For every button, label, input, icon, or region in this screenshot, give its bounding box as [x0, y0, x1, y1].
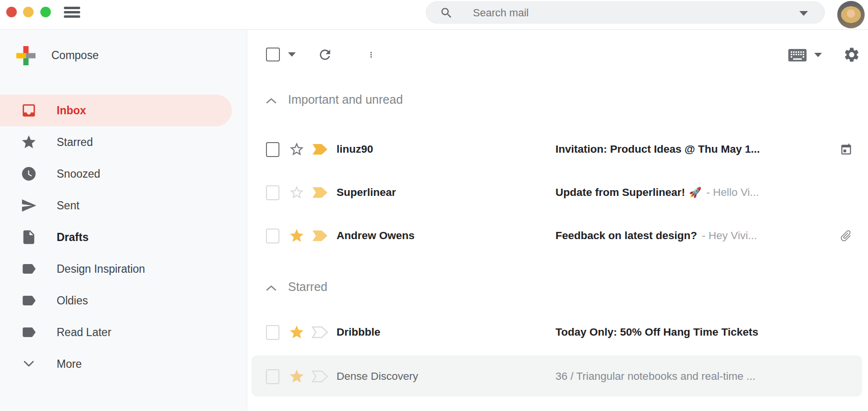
sidebar-item-drafts[interactable]: Drafts: [0, 221, 247, 253]
email-subject: Today Only: 50% Off Hang Time Tickets: [555, 326, 868, 338]
email-sender: linuz90: [337, 143, 555, 156]
top-header: [0, 0, 868, 30]
importance-marker-outline-icon[interactable]: [312, 370, 329, 383]
sidebar-item-more[interactable]: More: [0, 348, 247, 380]
importance-marker-icon[interactable]: [312, 143, 329, 156]
email-subject: Invitation: Product Ideas @ Thu May 1...: [555, 143, 834, 156]
hamburger-menu-icon[interactable]: [64, 7, 80, 18]
mail-list-pane: Important and unread linuz90 Invitation:…: [248, 30, 868, 411]
star-outline-icon[interactable]: [289, 141, 305, 157]
input-tools-caret-icon[interactable]: [814, 53, 822, 57]
list-toolbar: [248, 43, 868, 67]
section-important-and-unread: Important and unread: [248, 87, 868, 114]
star-filled-icon[interactable]: [289, 324, 305, 340]
email-subject: Update from Superlinear! 🚀 - Hello Vi...: [555, 186, 868, 199]
row-checkbox[interactable]: [266, 325, 279, 340]
label-tag-icon: [21, 324, 37, 340]
sidebar-item-starred[interactable]: Starred: [0, 126, 247, 158]
email-sender: Superlinear: [337, 186, 555, 199]
compose-plus-icon: [16, 46, 36, 65]
sidebar: Compose Inbox Starred: [0, 30, 247, 411]
star-filled-icon[interactable]: [289, 228, 305, 244]
section-starred: Starred: [248, 275, 868, 302]
importance-marker-icon[interactable]: [312, 230, 329, 242]
calendar-icon: [840, 143, 853, 156]
search-icon: [440, 6, 453, 20]
compose-button[interactable]: Compose: [0, 43, 247, 68]
sidebar-nav: Inbox Starred Snoozed Sent: [0, 95, 247, 380]
refresh-icon[interactable]: [317, 47, 333, 62]
importance-marker-icon[interactable]: [312, 186, 329, 199]
paper-plane-icon: [21, 197, 37, 214]
zoom-button[interactable]: [40, 7, 51, 17]
email-row[interactable]: Dribbble Today Only: 50% Off Hang Time T…: [248, 311, 868, 353]
input-tools-keyboard-icon[interactable]: [788, 49, 807, 61]
star-icon: [21, 134, 37, 150]
email-row-read[interactable]: Dense Discovery 36 / Triangular notebook…: [248, 355, 868, 398]
paperclip-icon: [836, 226, 856, 245]
chevron-down-icon: [23, 360, 35, 368]
chevron-up-icon[interactable]: [266, 285, 277, 291]
email-row[interactable]: Superlinear Update from Superlinear! 🚀 -…: [248, 171, 868, 214]
label-tag-icon: [21, 292, 37, 309]
select-all-checkbox[interactable]: [266, 48, 280, 61]
user-avatar[interactable]: [837, 1, 865, 28]
email-sender: Dribbble: [337, 326, 555, 338]
star-filled-icon[interactable]: [289, 368, 305, 385]
close-button[interactable]: [6, 7, 17, 17]
sidebar-item-oldies[interactable]: Oldies: [0, 285, 247, 316]
sidebar-item-inbox[interactable]: Inbox: [0, 95, 247, 126]
minimize-button[interactable]: [23, 7, 34, 17]
row-checkbox[interactable]: [266, 229, 279, 243]
row-checkbox[interactable]: [266, 369, 279, 384]
sidebar-item-read-later[interactable]: Read Later: [0, 316, 247, 348]
file-icon: [21, 229, 37, 245]
section-title: Important and unread: [288, 93, 403, 107]
row-checkbox[interactable]: [266, 185, 279, 200]
star-outline-icon[interactable]: [289, 184, 305, 201]
sidebar-item-snoozed[interactable]: Snoozed: [0, 158, 247, 190]
section-title: Starred: [288, 280, 327, 294]
select-options-caret-icon[interactable]: [288, 52, 296, 57]
importance-marker-outline-icon[interactable]: [312, 326, 329, 338]
sidebar-item-sent[interactable]: Sent: [0, 190, 247, 221]
label-tag-icon: [21, 261, 37, 277]
search-input[interactable]: [472, 4, 733, 22]
email-sender: Andrew Owens: [337, 230, 555, 242]
email-subject: Feedback on latest design? - Hey Vivi...: [555, 230, 833, 242]
rocket-emoji: 🚀: [689, 187, 701, 198]
email-row[interactable]: linuz90 Invitation: Product Ideas @ Thu …: [248, 128, 868, 171]
email-subject: 36 / Triangular notebooks and real-time …: [555, 370, 868, 383]
clock-icon: [21, 166, 37, 182]
gmail-window: Compose Inbox Starred: [0, 0, 868, 411]
chevron-up-icon[interactable]: [266, 97, 277, 104]
row-checkbox[interactable]: [266, 142, 279, 157]
sidebar-item-design-inspiration[interactable]: Design Inspiration: [0, 253, 247, 285]
inbox-icon: [21, 102, 37, 119]
compose-label: Compose: [51, 49, 98, 62]
search-bar[interactable]: [426, 1, 825, 24]
overflow-menu-icon[interactable]: [367, 48, 375, 62]
settings-gear-icon[interactable]: [843, 46, 860, 63]
search-options-caret-icon[interactable]: [799, 11, 808, 16]
email-row[interactable]: Andrew Owens Feedback on latest design? …: [248, 214, 868, 257]
email-sender: Dense Discovery: [337, 370, 555, 383]
